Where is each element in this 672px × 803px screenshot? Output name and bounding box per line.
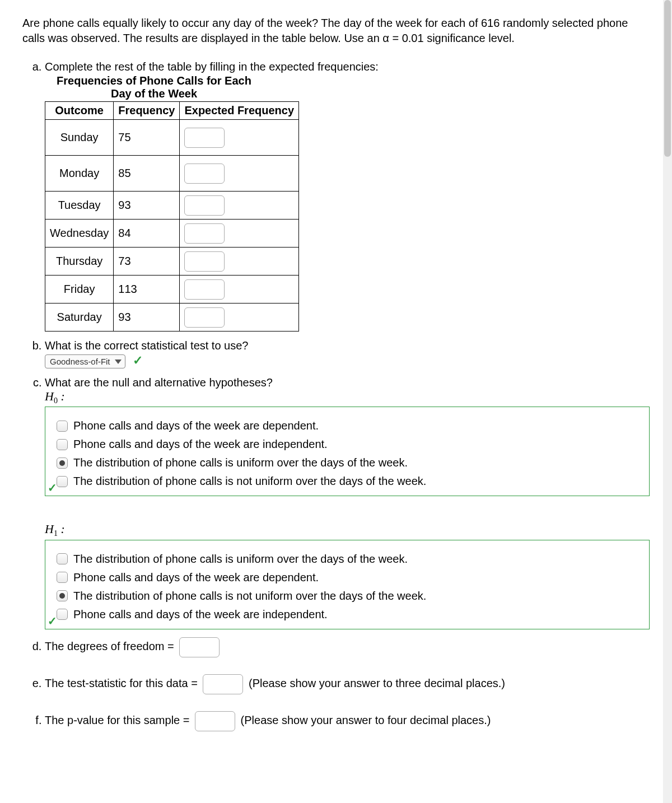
option-label: The distribution of phone calls is not u…	[73, 475, 426, 488]
col-frequency: Frequency	[114, 102, 180, 120]
option-label: The distribution of phone calls is unifo…	[73, 456, 408, 469]
day-label: Thursday	[45, 248, 114, 276]
hypothesis-option[interactable]: Phone calls and days of the week are dep…	[57, 419, 638, 432]
checkbox[interactable]	[57, 590, 68, 601]
hypothesis-option[interactable]: The distribution of phone calls is unifo…	[57, 553, 638, 566]
hypothesis-option[interactable]: The distribution of phone calls is not u…	[57, 590, 638, 603]
freq-value: 93	[114, 192, 180, 220]
expected-input-saturday[interactable]	[184, 307, 225, 328]
checkbox[interactable]	[57, 609, 68, 620]
col-expected: Expected Frequency	[180, 102, 299, 120]
day-label: Friday	[45, 276, 114, 304]
question-intro: Are phone calls equally likely to occur …	[22, 16, 650, 46]
expected-input-sunday[interactable]	[184, 128, 225, 148]
part-a-prompt: Complete the rest of the table by fillin…	[45, 60, 379, 73]
part-b: What is the correct statistical test to …	[45, 339, 650, 368]
pvalue-input[interactable]	[195, 711, 235, 731]
check-icon: ✓	[48, 614, 57, 628]
table-title: Frequencies of Phone Calls for Each Day …	[45, 74, 263, 100]
freq-value: 85	[114, 156, 180, 192]
checkbox[interactable]	[57, 457, 68, 469]
option-label: Phone calls and days of the week are dep…	[73, 571, 319, 584]
hypothesis-option[interactable]: Phone calls and days of the week are dep…	[57, 571, 638, 584]
h0-label: H0 :	[45, 389, 65, 403]
hypothesis-option[interactable]: Phone calls and days of the week are ind…	[57, 438, 638, 451]
scrollbar[interactable]	[663, 0, 672, 755]
day-label: Wednesday	[45, 220, 114, 248]
day-label: Monday	[45, 156, 114, 192]
part-f-prompt: The p-value for this sample =	[45, 714, 189, 726]
expected-input-wednesday[interactable]	[184, 223, 225, 244]
expected-input-thursday[interactable]	[184, 251, 225, 272]
part-f-hint: (Please show your answer to four decimal…	[241, 714, 491, 726]
expected-input-friday[interactable]	[184, 279, 225, 300]
part-a: Complete the rest of the table by fillin…	[45, 60, 650, 332]
h0-option-box: Phone calls and days of the week are dep…	[45, 407, 650, 496]
option-label: Phone calls and days of the week are ind…	[73, 608, 328, 621]
table-row: Wednesday 84	[45, 220, 299, 248]
hypothesis-option[interactable]: The distribution of phone calls is not u…	[57, 475, 638, 488]
checkbox[interactable]	[57, 476, 68, 487]
expected-input-monday[interactable]	[184, 164, 225, 184]
part-d: The degrees of freedom =	[45, 637, 650, 657]
checkbox[interactable]	[57, 439, 68, 450]
table-row: Tuesday 93	[45, 192, 299, 220]
part-d-prompt: The degrees of freedom =	[45, 640, 174, 652]
table-row: Monday 85	[45, 156, 299, 192]
test-select-value: Goodness-of-Fit	[50, 357, 110, 366]
option-label: Phone calls and days of the week are dep…	[73, 419, 319, 432]
h1-label: H1 :	[45, 522, 65, 536]
chevron-down-icon	[115, 360, 122, 364]
h1-option-box: The distribution of phone calls is unifo…	[45, 540, 650, 629]
table-row: Thursday 73	[45, 248, 299, 276]
expected-input-tuesday[interactable]	[184, 195, 225, 216]
part-e-prompt: The test-statistic for this data =	[45, 677, 198, 689]
day-label: Saturday	[45, 304, 114, 332]
test-stat-input[interactable]	[203, 674, 243, 694]
check-icon: ✓	[48, 481, 57, 494]
freq-value: 93	[114, 304, 180, 332]
part-c: What are the null and alternative hypoth…	[45, 376, 650, 629]
part-c-prompt: What are the null and alternative hypoth…	[45, 376, 273, 389]
part-e-hint: (Please show your answer to three decima…	[249, 677, 505, 689]
test-select[interactable]: Goodness-of-Fit	[45, 354, 125, 368]
part-f: The p-value for this sample = (Please sh…	[45, 711, 650, 731]
check-icon: ✓	[133, 353, 143, 367]
checkbox[interactable]	[57, 421, 68, 432]
table-row: Sunday 75	[45, 120, 299, 156]
day-label: Tuesday	[45, 192, 114, 220]
checkbox[interactable]	[57, 572, 68, 583]
frequency-table: Outcome Frequency Expected Frequency Sun…	[45, 101, 299, 332]
freq-value: 75	[114, 120, 180, 156]
hypothesis-option[interactable]: Phone calls and days of the week are ind…	[57, 608, 638, 621]
option-label: The distribution of phone calls is not u…	[73, 590, 426, 603]
df-input[interactable]	[179, 637, 220, 657]
part-b-prompt: What is the correct statistical test to …	[45, 339, 248, 352]
option-label: Phone calls and days of the week are ind…	[73, 438, 328, 451]
part-e: The test-statistic for this data = (Plea…	[45, 674, 650, 694]
col-outcome: Outcome	[45, 102, 114, 120]
freq-value: 113	[114, 276, 180, 304]
checkbox[interactable]	[57, 553, 68, 564]
option-label: The distribution of phone calls is unifo…	[73, 553, 408, 566]
freq-value: 84	[114, 220, 180, 248]
day-label: Sunday	[45, 120, 114, 156]
freq-value: 73	[114, 248, 180, 276]
table-row: Saturday 93	[45, 304, 299, 332]
scrollbar-thumb[interactable]	[664, 0, 671, 157]
hypothesis-option[interactable]: The distribution of phone calls is unifo…	[57, 456, 638, 469]
table-row: Friday 113	[45, 276, 299, 304]
